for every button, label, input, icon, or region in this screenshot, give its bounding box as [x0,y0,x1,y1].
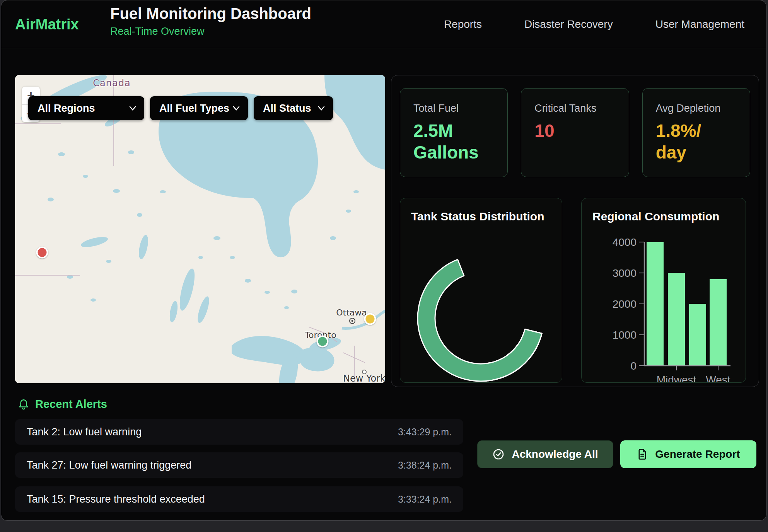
tank-marker-warning[interactable] [364,313,376,325]
fuel-types-dropdown[interactable]: All Fuel Types [150,96,248,120]
generate-report-label: Generate Report [655,448,740,460]
alert-row[interactable]: Tank 2: Low fuel warning 3:43:29 p.m. [15,419,463,445]
generate-report-button[interactable]: Generate Report [620,440,756,468]
chevron-down-icon [317,106,325,111]
alerts-header: Recent Alerts [17,398,107,411]
tank-marker-normal[interactable] [317,336,329,348]
chart-title: Tank Status Distribution [411,210,544,223]
nav-user-management[interactable]: User Management [655,18,744,31]
x-tick-label: Midwest [657,374,696,382]
alert-time: 3:38:24 p.m. [398,460,452,471]
y-tick-label: 0 [630,360,637,372]
acknowledge-all-label: Acknowledge All [512,448,598,460]
bar [689,304,706,366]
regions-dropdown-value: All Regions [38,102,95,114]
metrics-panel: Total Fuel 2.5M Gallons Critical Tanks 1… [391,75,759,387]
chevron-down-icon [232,106,240,111]
page-title: Fuel Monitoring Dashboard [110,5,311,22]
stat-label: Total Fuel [413,102,494,114]
document-icon [637,448,648,460]
y-tick-label: 4000 [613,236,637,248]
status-dropdown[interactable]: All Status [254,96,333,120]
stat-card-total-fuel: Total Fuel 2.5M Gallons [400,88,508,177]
fuel-types-dropdown-value: All Fuel Types [159,102,229,114]
regional-consumption-bar-chart: 01000200030004000MidwestWest [582,198,746,382]
bar [710,279,727,366]
bar [647,242,664,366]
alert-row[interactable]: Tank 15: Pressure threshold exceeded 3:3… [15,486,463,512]
stat-label: Critical Tanks [534,102,615,114]
app-window: AirMatrix Fuel Monitoring Dashboard Real… [1,0,766,521]
bar [668,273,685,366]
y-tick-label: 1000 [613,329,637,341]
tank-status-donut-chart [400,198,563,382]
stat-card-avg-depletion: Avg Depletion 1.8%/ day [642,88,750,177]
page-subtitle: Real-Time Overview [110,26,311,38]
alert-row[interactable]: Tank 27: Low fuel warning triggered 3:38… [15,452,463,478]
stats-row: Total Fuel 2.5M Gallons Critical Tanks 1… [400,88,750,177]
y-tick-label: 2000 [613,298,637,310]
stat-label: Avg Depletion [656,102,737,114]
stat-value: 2.5M Gallons [413,120,494,163]
acknowledge-all-button[interactable]: Acknowledge All [477,440,613,468]
x-tick-label: West [706,374,730,382]
title-block: Fuel Monitoring Dashboard Real-Time Over… [110,5,311,38]
brand-logo: AirMatrix [15,16,79,32]
alert-time: 3:33:24 p.m. [398,494,452,505]
tank-status-card: Tank Status Distribution [400,198,562,383]
map-label-ottawa: Ottawa [336,308,367,317]
status-dropdown-value: All Status [263,102,311,114]
nav-disaster-recovery[interactable]: Disaster Recovery [524,18,613,31]
stat-value: 1.8%/ day [656,120,737,163]
y-tick-label: 3000 [613,267,637,279]
check-circle-icon [492,448,505,460]
chevron-down-icon [129,106,137,111]
map-label-canada: Canada [93,78,130,89]
alert-text: Tank 2: Low fuel warning [27,426,142,438]
donut-segment-normal [418,259,542,381]
map[interactable]: + − All Regions All Fuel Types All Statu… [15,75,385,383]
nav-reports[interactable]: Reports [444,18,482,31]
stat-card-critical-tanks: Critical Tanks 10 [521,88,629,177]
alerts-title: Recent Alerts [35,398,107,411]
map-label-new-york: New York [343,373,385,383]
chart-title: Regional Consumption [592,210,719,223]
tank-marker-critical[interactable] [36,247,48,259]
stat-value: 10 [534,120,615,142]
regions-dropdown[interactable]: All Regions [28,96,144,120]
regional-consumption-card: Regional Consumption 01000200030004000Mi… [581,198,746,383]
alert-time: 3:43:29 p.m. [398,426,452,438]
bell-icon [17,398,30,411]
alert-text: Tank 15: Pressure threshold exceeded [27,493,205,505]
main-nav: Reports Disaster Recovery User Managemen… [444,0,766,48]
map-filter-bar: All Regions All Fuel Types All Status [28,96,333,120]
alert-text: Tank 27: Low fuel warning triggered [27,459,191,471]
header: AirMatrix Fuel Monitoring Dashboard Real… [1,0,766,48]
